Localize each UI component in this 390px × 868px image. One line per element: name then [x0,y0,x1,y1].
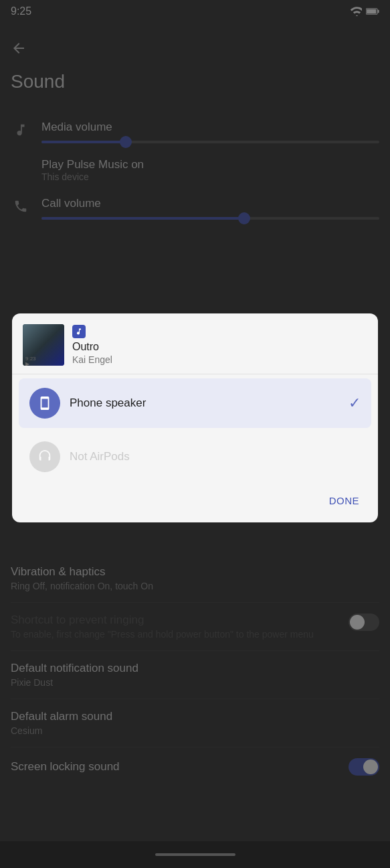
headphones-icon [37,449,52,464]
track-info: Outro Kai Engel [72,325,367,365]
not-airpods-label: Not AirPods [70,450,361,463]
source-icon [72,325,86,338]
phone-speaker-icon-bg [29,388,60,419]
selected-checkmark: ✓ [349,394,361,412]
album-art: 9:23 ▶ [23,324,64,366]
phone-speaker-option[interactable]: Phone speaker ✓ [19,378,371,428]
dialog-header: 9:23 ▶ Outro Kai Engel [12,313,378,374]
phone-speaker-label: Phone speaker [70,396,349,410]
not-airpods-option[interactable]: Not AirPods [19,432,371,482]
dialog-footer: DONE [12,486,378,517]
done-button[interactable]: DONE [321,490,367,512]
audio-output-dialog: 9:23 ▶ Outro Kai Engel Phone speaker ✓ [12,313,378,522]
smartphone-icon [37,396,52,411]
svg-text:▶: ▶ [25,361,30,366]
headphones-icon-bg [29,441,60,472]
track-title: Outro [72,341,367,353]
track-artist: Kai Engel [72,354,367,365]
